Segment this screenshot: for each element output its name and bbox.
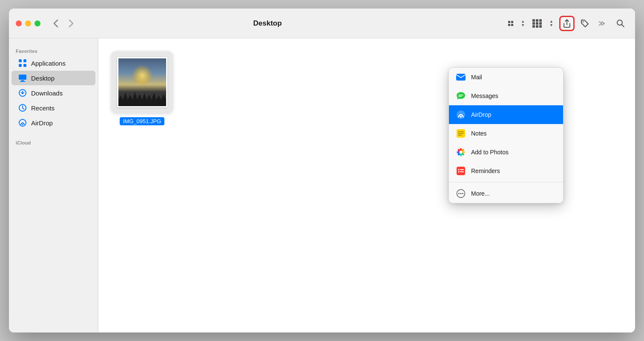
sidebar-item-label: Applications [31, 60, 66, 67]
sidebar-item-desktop[interactable]: Desktop [12, 71, 95, 85]
finder-window: Desktop ▲ ▼ [9, 9, 635, 332]
view-icon-button[interactable] [503, 16, 518, 31]
photo-frame [117, 57, 167, 107]
sidebar-item-label: AirDrop [31, 119, 53, 127]
svg-point-43 [458, 193, 460, 194]
file-item[interactable]: IMG_0951.JPG [111, 51, 173, 125]
share-more-item[interactable]: More... [449, 184, 563, 203]
photos-icon [456, 147, 466, 157]
downloads-icon [18, 89, 27, 97]
sidebar-item-applications[interactable]: Applications [12, 56, 95, 70]
reminders-label: Reminders [471, 168, 500, 174]
main-content: IMG_0951.JPG Mail [98, 38, 635, 332]
more-label: More... [471, 190, 490, 197]
svg-rect-14 [23, 64, 26, 67]
svg-point-21 [22, 124, 23, 125]
airdrop-menu-icon [456, 110, 466, 120]
grid-view-icon [508, 21, 513, 26]
svg-point-23 [457, 92, 465, 99]
svg-rect-17 [20, 81, 25, 82]
svg-rect-11 [19, 59, 22, 62]
sidebar-item-label: Recents [31, 104, 55, 112]
messages-label: Messages [471, 92, 498, 99]
sidebar-item-recents[interactable]: Recents [12, 101, 95, 115]
svg-rect-22 [456, 74, 466, 81]
svg-rect-13 [19, 64, 22, 67]
sidebar: Favorites Applications [9, 38, 98, 332]
share-airdrop-item[interactable]: AirDrop [449, 105, 563, 124]
svg-point-44 [460, 193, 462, 194]
apps-icon [18, 59, 27, 67]
list-view-button[interactable] [531, 16, 546, 31]
recents-icon [18, 104, 27, 112]
share-notes-item[interactable]: Notes [449, 124, 563, 143]
notes-label: Notes [471, 130, 487, 137]
titlebar: Desktop ▲ ▼ [9, 9, 635, 38]
sidebar-item-label: Downloads [31, 90, 63, 97]
svg-point-40 [458, 171, 460, 173]
chevron-updown-icon2: ▲ ▼ [549, 20, 553, 27]
svg-point-10 [617, 20, 622, 25]
view-chevron: ▲ ▼ [521, 20, 525, 27]
share-messages-item[interactable]: Messages [449, 87, 563, 105]
favorites-label: Favorites [9, 45, 98, 55]
svg-rect-8 [539, 25, 542, 28]
sidebar-item-airdrop[interactable]: AirDrop [12, 116, 95, 130]
svg-point-9 [583, 21, 584, 22]
reminders-icon [456, 166, 466, 176]
photos-label: Add to Photos [471, 149, 509, 156]
share-button[interactable] [559, 16, 575, 31]
share-mail-item[interactable]: Mail [449, 68, 563, 87]
chevron-updown-icon: ▲ ▼ [521, 20, 525, 27]
svg-point-38 [458, 169, 460, 170]
sidebar-item-label: Desktop [31, 75, 55, 82]
airdrop-sidebar-icon [18, 118, 27, 127]
svg-rect-37 [457, 167, 465, 175]
search-button[interactable] [613, 16, 628, 31]
svg-rect-6 [539, 19, 542, 22]
window-body: Favorites Applications [9, 38, 635, 332]
svg-point-36 [460, 151, 463, 154]
dropdown-divider [449, 182, 563, 182]
svg-rect-12 [23, 59, 26, 62]
photo-preview [118, 58, 166, 106]
more-icon [456, 188, 466, 199]
share-photos-item[interactable]: Add to Photos [449, 143, 563, 162]
file-thumbnail [111, 51, 173, 113]
desktop-icon [18, 74, 27, 82]
icloud-label: iCloud [9, 137, 98, 147]
share-reminders-item[interactable]: Reminders [449, 162, 563, 180]
file-name-label: IMG_0951.JPG [120, 117, 165, 125]
mail-label: Mail [471, 74, 482, 81]
svg-rect-15 [19, 75, 26, 80]
toolbar-right: ▲ ▼ ▲ [503, 16, 628, 31]
tag-button[interactable] [577, 16, 592, 31]
svg-rect-4 [536, 22, 538, 25]
svg-point-45 [462, 193, 463, 194]
mail-icon [456, 72, 466, 82]
sidebar-item-downloads[interactable]: Downloads [12, 86, 95, 100]
list-view-chevron: ▲ ▼ [549, 20, 553, 27]
close-button[interactable] [16, 20, 22, 26]
more-toolbar-button[interactable] [595, 16, 610, 31]
messages-icon [456, 91, 466, 101]
svg-rect-7 [539, 22, 542, 25]
share-dropdown: Mail Messages [448, 67, 564, 203]
svg-rect-5 [536, 25, 538, 28]
notes-icon [456, 128, 466, 139]
svg-rect-3 [536, 19, 538, 22]
svg-point-25 [460, 116, 462, 118]
airdrop-menu-label: AirDrop [471, 111, 491, 118]
svg-rect-0 [532, 19, 535, 22]
svg-rect-2 [532, 25, 535, 28]
minimize-button[interactable] [25, 20, 31, 26]
window-title: Desktop [32, 19, 503, 28]
svg-rect-1 [532, 22, 535, 25]
